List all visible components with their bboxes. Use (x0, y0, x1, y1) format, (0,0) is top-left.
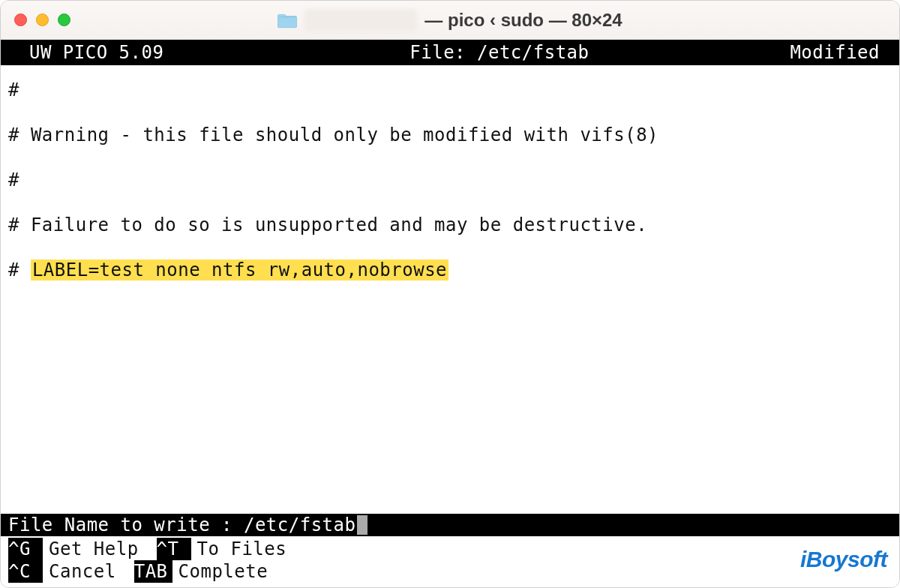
shortcut-row: ^C Cancel TAB Complete (8, 560, 892, 583)
text-cursor-icon (357, 515, 368, 535)
shortcut-row: ^G Get Help ^T To Files (8, 538, 892, 560)
prompt-value: /etc/fstab (244, 514, 356, 536)
traffic-lights (14, 14, 70, 26)
window-title: — pico ‹ sudo — 80×24 (1, 9, 899, 32)
close-button-icon[interactable] (14, 14, 27, 26)
redacted-title-segment (304, 9, 417, 32)
shortcut-label: To Files (191, 538, 305, 560)
shortcut-key[interactable]: ^C (8, 560, 43, 583)
minimize-button-icon[interactable] (36, 14, 49, 26)
editor-line: # Failure to do so is unsupported and ma… (8, 214, 892, 236)
shortcut-label: Complete (172, 560, 286, 583)
highlighted-fstab-entry: LABEL=test none ntfs rw,auto,nobrowse (31, 260, 448, 280)
titlebar: — pico ‹ sudo — 80×24 (1, 1, 899, 40)
filename-prompt[interactable]: File Name to write : /etc/fstab (1, 514, 899, 536)
shortcut-label: Get Help (43, 538, 157, 560)
terminal-window: — pico ‹ sudo — 80×24 UW PICO 5.09 File:… (0, 0, 900, 588)
prompt-label: File Name to write : (8, 514, 232, 536)
file-path: /etc/fstab (477, 42, 590, 63)
app-version: UW PICO 5.09 (29, 40, 164, 65)
editor-line: # Warning - this file should only be mod… (8, 124, 892, 146)
shortcut-label: Cancel (43, 560, 134, 583)
file-indicator: File: /etc/fstab (164, 40, 790, 65)
shortcut-key[interactable]: TAB (134, 560, 172, 583)
file-label: File: (410, 42, 466, 63)
zoom-button-icon[interactable] (58, 14, 70, 26)
editor-line: # LABEL=test none ntfs rw,auto,nobrowse (8, 259, 892, 281)
pico-status-bar: UW PICO 5.09 File: /etc/fstab Modified (1, 40, 899, 65)
folder-icon (278, 12, 297, 28)
shortcut-key[interactable]: ^G (8, 538, 43, 560)
editor-line: # (8, 79, 892, 101)
shortcut-key[interactable]: ^T (157, 538, 191, 560)
modified-badge: Modified (790, 40, 880, 65)
editor-line: # (8, 169, 892, 191)
shortcut-help: ^G Get Help ^T To Files ^C Cancel TAB Co… (1, 536, 899, 587)
window-title-text: — pico ‹ sudo — 80×24 (424, 10, 622, 31)
editor-area[interactable]: # # Warning - this file should only be m… (1, 65, 899, 514)
